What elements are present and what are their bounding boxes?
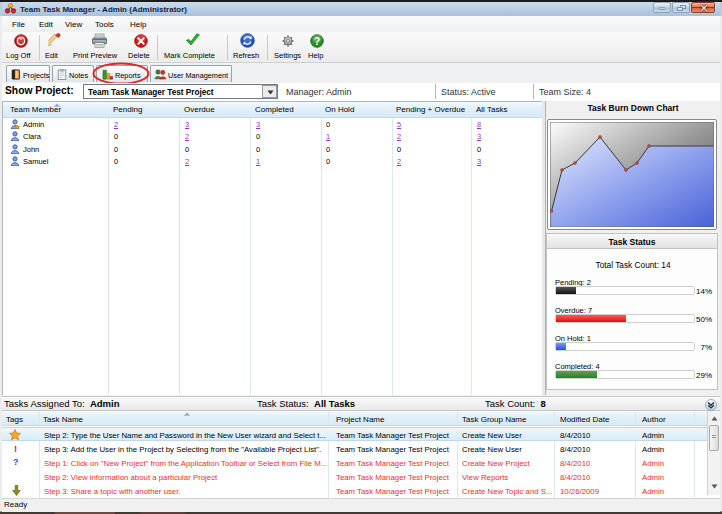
svg-text:?: ? bbox=[314, 36, 320, 47]
